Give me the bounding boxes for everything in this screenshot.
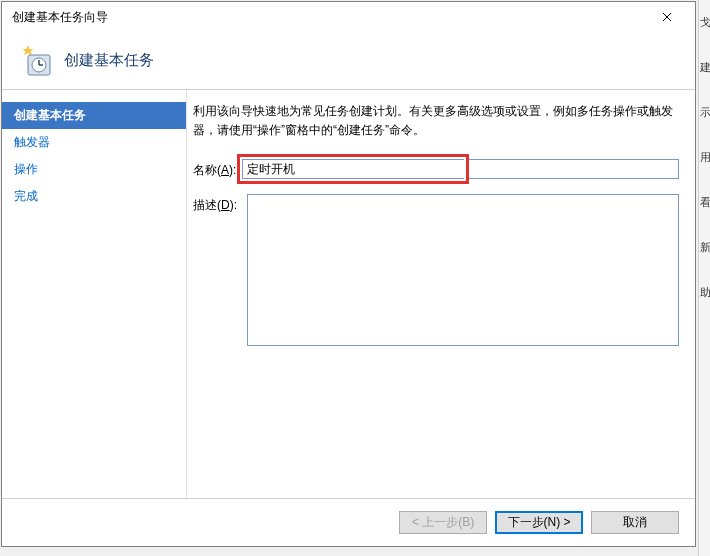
cancel-button[interactable]: 取消: [591, 511, 679, 534]
name-label: 名称(A):: [193, 159, 242, 179]
sidebar-item-trigger[interactable]: 触发器: [2, 129, 186, 156]
window-title: 创建基本任务向导: [12, 9, 647, 26]
sidebar-item-create-task[interactable]: 创建基本任务: [2, 102, 186, 129]
header-title: 创建基本任务: [64, 51, 154, 70]
close-button[interactable]: [647, 3, 687, 31]
titlebar: 创建基本任务向导: [2, 2, 695, 32]
button-bar: < 上一步(B) 下一步(N) > 取消: [2, 498, 695, 546]
sidebar-item-action[interactable]: 操作: [2, 156, 186, 183]
sidebar-item-finish[interactable]: 完成: [2, 183, 186, 210]
wizard-icon: [20, 45, 52, 77]
desc-label: 描述(D):: [193, 194, 247, 214]
name-input-ext[interactable]: [466, 159, 679, 179]
wizard-dialog: 创建基本任务向导 创建基本任务 创建基本任务 触发器 操作 完成 利用该向导快速…: [1, 1, 696, 547]
content-pane: 利用该向导快速地为常见任务创建计划。有关更多高级选项或设置，例如多任务操作或触发…: [186, 90, 695, 498]
background-strip: 戈 建 示 用 看 新 助: [698, 0, 710, 556]
name-highlight-box: [237, 154, 469, 184]
name-input[interactable]: [242, 159, 464, 179]
sidebar: 创建基本任务 触发器 操作 完成: [2, 90, 186, 498]
desc-textarea[interactable]: [247, 194, 679, 346]
back-button: < 上一步(B): [399, 511, 487, 534]
intro-text: 利用该向导快速地为常见任务创建计划。有关更多高级选项或设置，例如多任务操作或触发…: [193, 102, 679, 140]
next-button[interactable]: 下一步(N) >: [495, 511, 583, 534]
close-icon: [662, 12, 672, 22]
body-area: 创建基本任务 触发器 操作 完成 利用该向导快速地为常见任务创建计划。有关更多高…: [2, 90, 695, 498]
desc-row: 描述(D):: [193, 194, 679, 346]
svg-marker-0: [23, 45, 34, 56]
header-area: 创建基本任务: [2, 32, 695, 90]
name-row: 名称(A):: [193, 154, 679, 184]
